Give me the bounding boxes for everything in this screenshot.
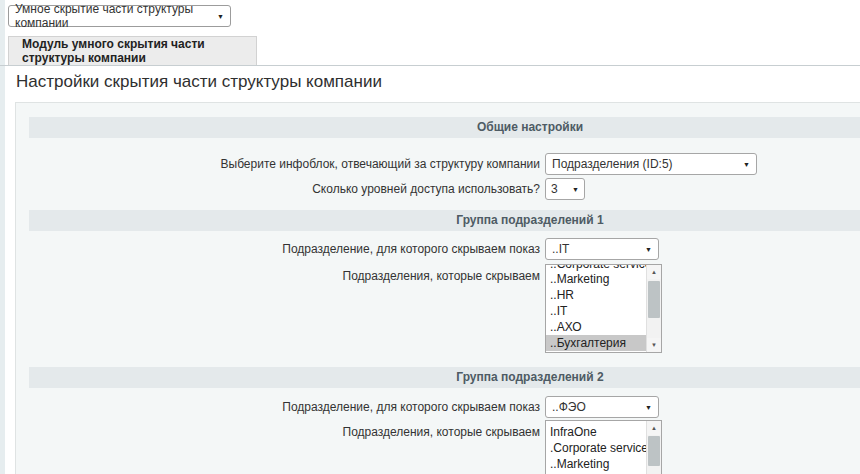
page-title: Настройки скрытия части структуры компан… [16,72,382,92]
group2-hidden-listbox[interactable]: InfraOne .Corporate services ..Marketing… [545,420,662,474]
scrollbar-thumb[interactable] [648,281,660,318]
list-item[interactable]: ..Marketing [546,456,646,472]
group2-target-select-value: ..ФЭО [552,400,586,414]
group2-target-select[interactable]: ..ФЭО ▼ [545,396,659,418]
section-header-general: Общие настройки [29,117,860,138]
chevron-down-icon: ▼ [217,13,224,20]
scrollbar-track[interactable] [647,435,661,474]
group1-target-row: Подразделение, для которого скрываем пок… [0,238,860,260]
scroll-down-button[interactable]: ▼ [647,338,661,352]
group2-listbox-scrollbar[interactable]: ▲ ▼ [646,421,661,474]
module-switcher-value: Умное скрытие части структуры компании [15,2,217,30]
chevron-down-icon: ▼ [743,161,750,168]
chevron-down-icon: ▼ [645,404,652,411]
tab-strip-divider [0,65,860,66]
scrollbar-thumb[interactable] [648,436,660,466]
list-item[interactable]: ..Marketing [546,271,646,287]
chevron-down-icon: ▼ [572,186,579,193]
settings-page: Умное скрытие части структуры компании ▼… [0,0,860,474]
iblock-select-value: Подразделения (ID:5) [552,157,673,171]
iblock-select[interactable]: Подразделения (ID:5) ▼ [545,153,757,175]
scroll-up-icon: ▲ [651,425,657,431]
levels-select[interactable]: 3 ▼ [545,178,585,200]
group1-hidden-row: Подразделения, которые скрываем ..Corpor… [0,264,860,353]
group2-hidden-label: Подразделения, которые скрываем [0,420,540,440]
list-item-selected[interactable]: ..Бухгалтерия [546,335,646,351]
levels-select-value: 3 [551,182,558,196]
group1-target-select-value: ..IT [552,242,569,256]
group2-hidden-row: Подразделения, которые скрываем InfraOne… [0,420,860,474]
group2-target-label: Подразделение, для которого скрываем пок… [0,396,540,418]
group1-target-select[interactable]: ..IT ▼ [545,238,659,260]
list-item[interactable]: ..IT [546,303,646,319]
levels-label: Сколько уровней доступа использовать? [0,178,540,200]
scrollbar-track[interactable] [647,279,661,338]
scroll-down-icon: ▼ [651,342,657,348]
chevron-down-icon: ▼ [645,246,652,253]
group1-list-items: ..Corporate services ..Marketing ..HR ..… [546,265,646,352]
group2-list-items: InfraOne .Corporate services ..Marketing [546,421,646,474]
tab-module-settings[interactable]: Модуль умного скрытия части структуры ко… [8,36,257,65]
module-switcher-select[interactable]: Умное скрытие части структуры компании ▼ [8,5,231,27]
levels-row: Сколько уровней доступа использовать? 3 … [0,178,860,200]
list-item[interactable]: ..HR [546,287,646,303]
list-item[interactable]: ..АХО [546,319,646,335]
group1-listbox-scrollbar[interactable]: ▲ ▼ [646,265,661,352]
iblock-label: Выберите инфоблок, отвечающий за структу… [0,153,540,175]
section-header-group1: Группа подразделений 1 [29,210,860,231]
iblock-row: Выберите инфоблок, отвечающий за структу… [0,153,860,175]
group1-hidden-label: Подразделения, которые скрываем [0,264,540,284]
scroll-up-button[interactable]: ▲ [647,265,661,279]
scroll-up-button[interactable]: ▲ [647,421,661,435]
list-item[interactable]: .Corporate services [546,440,646,456]
list-item[interactable]: InfraOne [546,424,646,440]
group1-hidden-listbox[interactable]: ..Corporate services ..Marketing ..HR ..… [545,264,662,353]
group2-target-row: Подразделение, для которого скрываем пок… [0,396,860,418]
group1-target-label: Подразделение, для которого скрываем пок… [0,238,540,260]
tab-label: Модуль умного скрытия части структуры ко… [22,37,256,65]
section-header-group2: Группа подразделений 2 [29,367,860,388]
scroll-up-icon: ▲ [651,269,657,275]
